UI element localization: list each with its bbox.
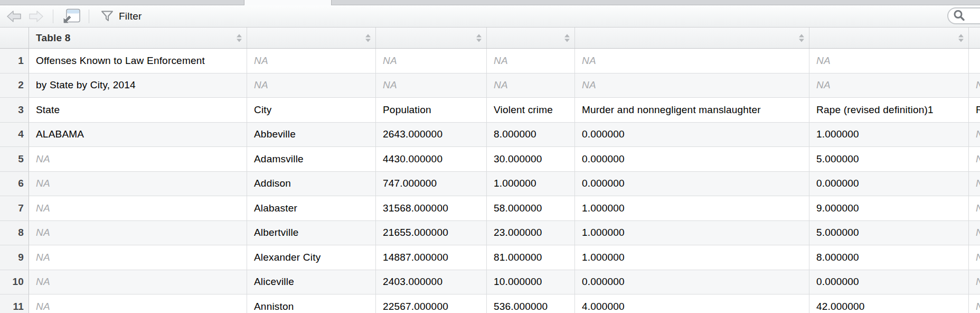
table-cell: NA (969, 221, 980, 246)
header-cell-col6[interactable] (809, 27, 969, 48)
table-cell: NA (29, 270, 247, 295)
table-cell: NA (487, 49, 575, 73)
table-cell: 4.000000 (575, 294, 809, 313)
table-cell: 1.000000 (575, 196, 809, 221)
table-cell: NA (969, 123, 980, 148)
header-cell-col4[interactable] (487, 27, 575, 48)
table-cell: 1.000000 (809, 123, 969, 148)
table-cell: Addison (247, 172, 376, 197)
sort-arrows-icon (237, 34, 242, 42)
table-cell: 1.000000 (575, 221, 809, 246)
table-cell: 22567.000000 (376, 294, 487, 313)
table-cell: NA (969, 245, 980, 270)
table-cell: by State by City, 2014 (29, 73, 247, 98)
table-cell: 5.000000 (809, 221, 969, 246)
table-cell: NA (809, 73, 969, 98)
filter-button[interactable]: Filter (101, 10, 142, 22)
table-row: 11NAAnniston22567.000000536.0000004.0000… (0, 294, 980, 313)
table-cell: Albertville (247, 221, 376, 246)
table-cell: 23.000000 (487, 221, 575, 246)
table-cell: 0.000000 (575, 123, 809, 148)
table-cell: State (29, 98, 247, 123)
sort-arrows-icon (476, 34, 482, 42)
table-cell: NA (29, 221, 247, 246)
table-cell: Offenses Known to Law Enforcement (29, 49, 247, 73)
table-cell: NA (29, 196, 247, 221)
table-cell: 1.000000 (575, 245, 809, 270)
sort-arrows-icon (958, 34, 964, 42)
toolbar-separator (53, 10, 53, 23)
table-cell: ALABAMA (29, 123, 247, 148)
table-cell: NA (969, 172, 980, 197)
row-number: 9 (0, 245, 29, 270)
toolbar-separator (89, 10, 89, 23)
table-cell: Anniston (247, 294, 376, 313)
table-row: 9NAAlexander City14887.00000081.0000001.… (0, 245, 980, 270)
active-tab-edge[interactable] (244, 0, 332, 5)
search-input[interactable] (947, 7, 980, 24)
table-cell: 0.000000 (809, 172, 969, 197)
table-cell: NA (969, 294, 980, 313)
row-number: 2 (0, 73, 29, 98)
forward-button[interactable] (29, 10, 43, 23)
table-cell: 8.000000 (809, 245, 969, 270)
table-row: 2by State by City, 2014NANANANANANA (0, 73, 980, 98)
table-cell: Population (376, 98, 487, 123)
grid-body: 1Offenses Known to Law EnforcementNANANA… (0, 49, 980, 313)
table-row: 1Offenses Known to Law EnforcementNANANA… (0, 49, 980, 73)
table-cell: Violent crime (487, 98, 575, 123)
viewer-toolbar: Filter (0, 5, 980, 27)
forward-arrow-icon (29, 10, 43, 23)
table-cell: 9.000000 (809, 196, 969, 221)
table-cell: 2643.000000 (376, 123, 487, 148)
table-cell: Rape (revised definition)1 (809, 98, 969, 123)
table-cell: NA (29, 147, 247, 172)
filter-funnel-icon (101, 10, 114, 22)
table-row: 8NAAlbertville21655.00000023.0000001.000… (0, 221, 980, 246)
table-cell: 0.000000 (575, 270, 809, 295)
sort-arrows-icon (564, 34, 570, 42)
table-cell: R (969, 98, 980, 123)
row-number: 7 (0, 196, 29, 221)
table-cell: NA (29, 245, 247, 270)
back-button[interactable] (7, 10, 22, 23)
table-row: 6NAAddison747.0000001.0000000.0000000.00… (0, 172, 980, 197)
search-icon (953, 9, 966, 23)
table-cell: 58.000000 (487, 196, 575, 221)
table-cell: NA (247, 49, 376, 73)
row-number: 8 (0, 221, 29, 246)
table-cell: NA (487, 73, 575, 98)
column-title: Table 8 (36, 32, 70, 44)
header-cell-col2[interactable] (247, 27, 376, 48)
table-cell: 1.000000 (487, 172, 575, 197)
data-viewer-pane: Filter Table 8 1Offenses Known to Law En… (0, 0, 980, 313)
table-cell: Alexander City (247, 245, 376, 270)
table-cell: 0.000000 (575, 172, 809, 197)
row-number: 6 (0, 172, 29, 197)
table-row: 5NAAdamsville4430.00000030.0000000.00000… (0, 147, 980, 172)
table-cell: 5.000000 (809, 147, 969, 172)
table-cell: NA (969, 73, 980, 98)
header-cell-col5[interactable] (575, 27, 809, 48)
row-number: 3 (0, 98, 29, 123)
table-cell: NA (969, 196, 980, 221)
popout-icon (61, 8, 81, 24)
popout-button[interactable] (61, 8, 81, 24)
row-number: 4 (0, 123, 29, 148)
table-cell: 30.000000 (487, 147, 575, 172)
row-number: 5 (0, 147, 29, 172)
table-cell: NA (575, 73, 809, 98)
table-cell: NA (809, 49, 969, 73)
table-cell: Aliceville (247, 270, 376, 295)
row-number: 11 (0, 294, 29, 313)
table-cell: 14887.000000 (376, 245, 487, 270)
header-cell-col1[interactable]: Table 8 (29, 27, 247, 48)
row-number: 1 (0, 49, 29, 73)
table-cell: 81.000000 (487, 245, 575, 270)
header-cell-rownum (0, 27, 29, 48)
table-cell: NA (376, 49, 487, 73)
back-arrow-icon (7, 10, 22, 23)
header-cell-col3[interactable] (376, 27, 487, 48)
table-cell: 31568.000000 (376, 196, 487, 221)
data-grid: Table 8 1Offenses Known to Law Enforceme… (0, 27, 980, 313)
